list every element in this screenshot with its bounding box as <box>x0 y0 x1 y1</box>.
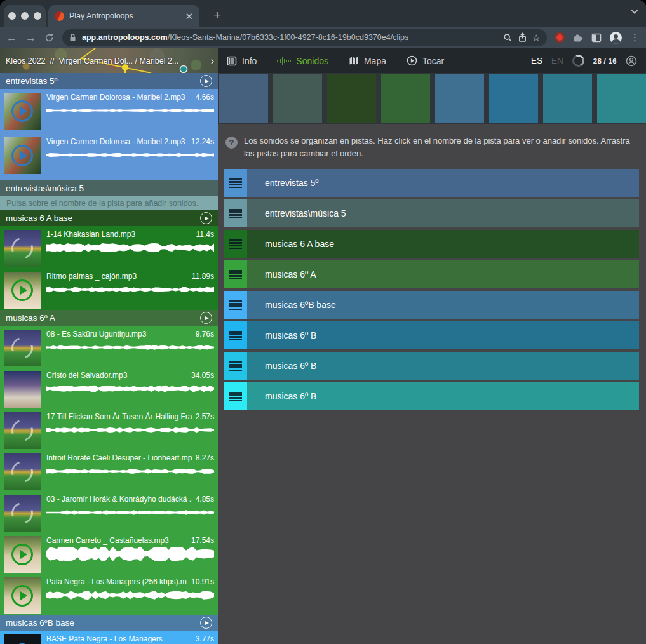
track-swatch[interactable] <box>435 74 484 123</box>
clip-row[interactable]: Carmen Carreto _ Castañuelas.mp317.54s <box>0 532 218 574</box>
clip-row[interactable]: Virgen Carmen Dolorosa - Maribel 2.mp34.… <box>0 89 218 133</box>
mac-close-button[interactable] <box>8 12 16 20</box>
drag-handle[interactable] <box>224 382 247 410</box>
mac-minimize-button[interactable] <box>21 12 29 20</box>
clip-title[interactable]: Cristo del Salvador.mp3 <box>46 371 187 380</box>
track-row[interactable]: musicas 6º B <box>224 382 639 410</box>
clip-row[interactable]: 03 - Jaromír Horák & Konrádyho dudácká .… <box>0 491 218 532</box>
track-row[interactable]: musicas 6º B <box>224 321 639 349</box>
track-header[interactable]: musicas 6 A base <box>0 210 218 226</box>
clip-thumbnail[interactable] <box>4 330 41 366</box>
browser-tab[interactable]: Play Antropoloops ✕ <box>48 5 199 27</box>
track-swatch[interactable] <box>489 74 538 123</box>
tab-search-chevron-icon[interactable] <box>631 9 638 14</box>
play-track-button[interactable] <box>200 312 212 324</box>
tab-tocar[interactable]: Tocar <box>407 55 444 66</box>
track-swatch[interactable] <box>543 74 592 123</box>
clip-thumbnail[interactable] <box>4 272 41 309</box>
track-label[interactable]: musicas 6 A base <box>265 239 334 249</box>
track-label[interactable]: musicas 6º A <box>265 269 316 279</box>
clip-row[interactable]: BASE Pata Negra - Los Managers3.77s <box>0 631 218 644</box>
clip-title[interactable]: Introit Rorate Caeli Desuper - Lionheart… <box>46 453 192 462</box>
tab-info[interactable]: Info <box>227 56 257 66</box>
breadcrumb[interactable]: Kleos 2022 // Virgen Carmen Dol... / Mar… <box>0 48 218 73</box>
clip-row[interactable]: Ritmo palmas _ cajón.mp311.89s <box>0 268 218 310</box>
clip-title[interactable]: Virgen Carmen Dolorosa - Maribel 2.mp3 <box>46 93 192 102</box>
new-tab-button[interactable]: + <box>208 6 226 24</box>
play-track-button[interactable] <box>200 212 212 224</box>
clip-row[interactable]: 08 - Es Sakūru Uguntiņu.mp39.76s <box>0 326 218 367</box>
clip-thumbnail[interactable] <box>4 453 41 490</box>
breadcrumb-project[interactable]: Kleos 2022 <box>6 57 46 65</box>
track-row[interactable]: entrevistas\música 5 <box>224 199 639 227</box>
track-swatch[interactable] <box>219 74 268 123</box>
track-label[interactable]: musicas 6º B <box>265 361 316 371</box>
profile-avatar-icon[interactable] <box>610 32 622 44</box>
tab-close-icon[interactable]: ✕ <box>185 11 193 21</box>
reload-icon[interactable] <box>44 33 54 43</box>
drag-handle[interactable] <box>224 199 247 227</box>
track-label[interactable]: musicas 6º B <box>265 330 316 340</box>
track-row[interactable]: musicas 6º B <box>224 352 639 380</box>
clip-row[interactable]: Pata Negra - Los Managers (256 kbps).mp3… <box>0 574 218 615</box>
clip-title[interactable]: Ritmo palmas _ cajón.mp3 <box>46 272 188 281</box>
track-swatch[interactable] <box>381 74 430 123</box>
clip-title[interactable]: 03 - Jaromír Horák & Konrádyho dudácká .… <box>46 495 192 504</box>
map-banner[interactable]: Kleos 2022 // Virgen Carmen Dol... / Mar… <box>0 48 218 73</box>
zoom-search-icon[interactable] <box>503 33 513 43</box>
track-header[interactable]: musicas 6ºB base <box>0 615 218 631</box>
browser-menu-icon[interactable]: ⋮ <box>630 32 640 43</box>
clip-title[interactable]: 08 - Es Sakūru Uguntiņu.mp3 <box>46 330 192 339</box>
side-panel-icon[interactable] <box>591 33 602 43</box>
clip-row[interactable]: Introit Rorate Caeli Desuper - Lionheart… <box>0 450 218 491</box>
drag-handle[interactable] <box>224 169 247 197</box>
track-header[interactable]: musicas 6º A <box>0 310 218 326</box>
track-header[interactable]: entrevistas\música 5 <box>0 180 218 196</box>
track-label[interactable]: musicas 6ºB base <box>265 300 336 310</box>
track-swatch[interactable] <box>273 74 322 123</box>
track-label[interactable]: entrevistas 5º <box>265 178 319 188</box>
clip-thumbnail[interactable] <box>4 93 41 130</box>
address-bar[interactable]: app.antropoloops.com/Kleos-Santa-Marina/… <box>62 29 547 46</box>
track-header[interactable]: entrevistas 5º <box>0 73 218 89</box>
clip-row[interactable]: Cristo del Salvador.mp334.05s <box>0 367 218 408</box>
extensions-puzzle-icon[interactable] <box>572 32 583 43</box>
clip-thumbnail[interactable] <box>4 137 41 174</box>
play-clip-icon[interactable] <box>11 544 33 565</box>
record-extension-icon[interactable] <box>556 34 563 41</box>
clip-thumbnail[interactable] <box>4 634 41 644</box>
clip-title[interactable]: 17 Till Flickan Som Är Tusen År-Halling … <box>46 412 192 421</box>
back-icon[interactable]: ← <box>6 32 17 43</box>
track-label[interactable]: entrevistas\música 5 <box>265 208 346 218</box>
clip-title[interactable]: BASE Pata Negra - Los Managers <box>46 634 192 643</box>
track-swatch[interactable] <box>597 74 646 123</box>
clip-row[interactable]: Virgen Carmen Dolorosa - Maribel 2.mp312… <box>0 133 218 180</box>
chevron-right-icon[interactable]: › <box>211 55 214 67</box>
track-row[interactable]: entrevistas 5º <box>224 169 639 197</box>
clip-thumbnail[interactable] <box>4 230 41 267</box>
bookmark-star-icon[interactable]: ☆ <box>532 33 541 43</box>
lang-en-button[interactable]: EN <box>551 56 563 65</box>
play-clip-icon[interactable] <box>11 145 33 166</box>
clip-thumbnail[interactable] <box>4 412 41 449</box>
track-swatch[interactable] <box>327 74 376 123</box>
play-clip-icon[interactable] <box>11 279 33 301</box>
track-row[interactable]: musicas 6º A <box>224 260 639 288</box>
breadcrumb-trail[interactable]: Virgen Carmen Dol... / Maribel 2... <box>59 57 210 65</box>
clip-title[interactable]: 1-14 Khakasian Land.mp3 <box>46 230 192 239</box>
drag-handle[interactable] <box>224 230 247 258</box>
mac-zoom-button[interactable] <box>34 12 41 20</box>
track-label[interactable]: musicas 6º B <box>265 391 316 401</box>
user-account-icon[interactable] <box>626 55 637 67</box>
clip-thumbnail[interactable] <box>4 577 41 614</box>
drag-handle[interactable] <box>224 321 247 349</box>
play-track-button[interactable] <box>200 75 212 87</box>
forward-icon[interactable]: → <box>25 32 36 43</box>
lang-es-button[interactable]: ES <box>531 56 542 65</box>
clip-title[interactable]: Virgen Carmen Dolorosa - Maribel 2.mp3 <box>46 137 187 146</box>
play-clip-icon[interactable] <box>11 585 33 607</box>
share-icon[interactable] <box>518 32 527 43</box>
tab-mapa[interactable]: Mapa <box>349 56 386 66</box>
drag-handle[interactable] <box>224 352 247 380</box>
clip-title[interactable]: Pata Negra - Los Managers (256 kbps).mp3 <box>46 577 187 586</box>
